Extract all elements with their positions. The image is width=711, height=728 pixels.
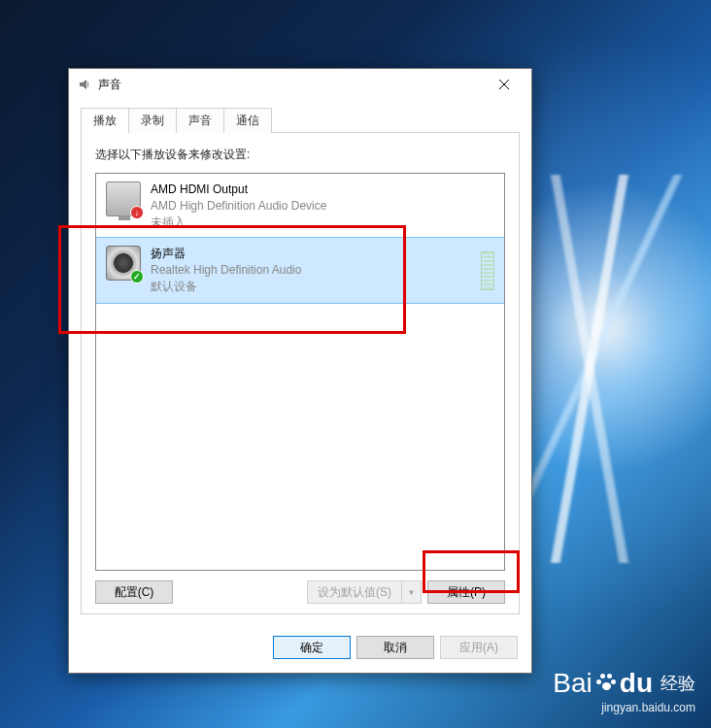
prompt-text: 选择以下播放设备来修改设置: [95, 147, 505, 163]
configure-button[interactable]: 配置(C) [95, 580, 173, 604]
tab-sounds[interactable]: 声音 [176, 108, 224, 133]
device-text: 扬声器 Realtek High Definition Audio 默认设备 [151, 246, 471, 294]
list-button-row: 配置(C) 设为默认值(S) 属性(P) [95, 580, 505, 604]
level-meter [481, 251, 494, 290]
titlebar: 声音 [69, 69, 531, 100]
set-default-button[interactable]: 设为默认值(S) [307, 580, 402, 604]
brand-text-b: du [620, 668, 653, 699]
device-item-speakers[interactable]: 扬声器 Realtek High Definition Audio 默认设备 [95, 237, 505, 303]
set-default-dropdown-arrow[interactable] [402, 580, 422, 604]
tab-communications[interactable]: 通信 [223, 108, 272, 133]
tab-recording[interactable]: 录制 [128, 108, 177, 133]
monitor-icon [106, 182, 141, 216]
dialog-button-row: 确定 取消 应用(A) [69, 626, 531, 673]
speaker-icon [77, 77, 92, 92]
sound-dialog: 声音 播放 录制 声音 通信 选择以下播放设备来修改设置: AMD HDMI O… [68, 68, 532, 674]
cancel-button[interactable]: 取消 [356, 636, 434, 659]
tab-panel: 选择以下播放设备来修改设置: AMD HDMI Output AMD High … [81, 132, 520, 614]
speaker-device-icon [106, 246, 141, 281]
device-text: AMD HDMI Output AMD High Definition Audi… [151, 182, 494, 230]
brand-cn: 经验 [660, 672, 695, 695]
tab-playback[interactable]: 播放 [81, 108, 129, 133]
tab-row: 播放 录制 声音 通信 [69, 100, 531, 133]
apply-button[interactable]: 应用(A) [440, 636, 518, 659]
set-default-split-button: 设为默认值(S) [307, 580, 422, 604]
unplugged-badge-icon [130, 206, 144, 219]
device-item-hdmi[interactable]: AMD HDMI Output AMD High Definition Audi… [96, 174, 504, 238]
device-name: 扬声器 [151, 246, 471, 262]
paw-icon [596, 674, 616, 693]
ok-button[interactable]: 确定 [273, 636, 351, 659]
device-name: AMD HDMI Output [151, 182, 494, 198]
default-badge-icon [130, 270, 144, 283]
device-list[interactable]: AMD HDMI Output AMD High Definition Audi… [95, 173, 505, 571]
device-status: 未插入 [151, 215, 494, 231]
dialog-title: 声音 [98, 77, 485, 93]
watermark: Bai du 经验 jingyan.baidu.com [553, 668, 695, 714]
device-desc: Realtek High Definition Audio [151, 262, 471, 279]
close-icon [499, 80, 509, 89]
close-button[interactable] [485, 72, 524, 97]
brand-logo: Bai du 经验 [553, 668, 695, 699]
device-status: 默认设备 [151, 279, 471, 295]
watermark-url: jingyan.baidu.com [553, 701, 695, 714]
brand-text-a: Bai [553, 668, 592, 699]
properties-button[interactable]: 属性(P) [427, 580, 505, 604]
device-desc: AMD High Definition Audio Device [151, 198, 494, 215]
